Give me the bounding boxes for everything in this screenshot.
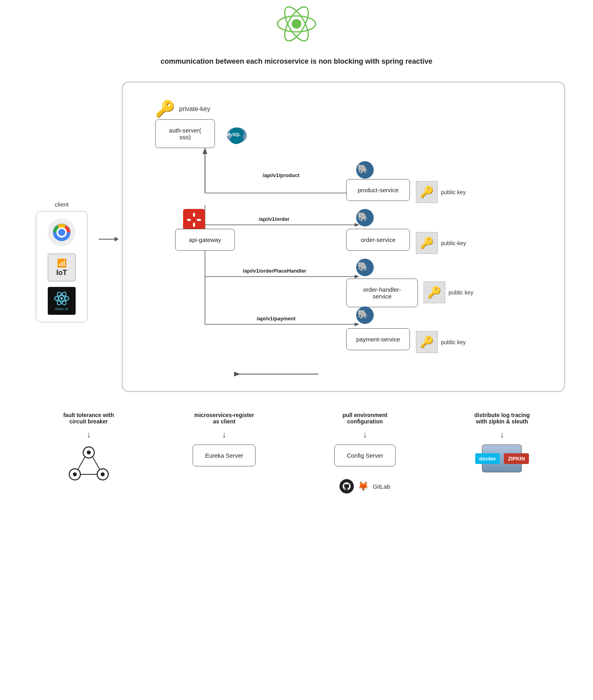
payment-service-label: payment-service xyxy=(356,336,400,343)
reactjs-label: React JS xyxy=(55,307,68,311)
order-service-label: order-service xyxy=(361,236,396,243)
distribute-log-item: distribute log tracing with zipkin & sle… xyxy=(474,412,530,472)
spring-reactive-svg xyxy=(273,0,320,48)
chrome-icon xyxy=(48,218,76,248)
svg-point-36 xyxy=(191,216,197,223)
payment-public-key-label: public key xyxy=(441,339,466,345)
payment-postgres-icon: 🐘 xyxy=(354,304,376,328)
pull-environment-label: pull environment configuration xyxy=(343,412,388,425)
auth-server-label: auth-server( sso) xyxy=(169,127,201,140)
eureka-server-box: Eureka Server xyxy=(193,445,256,466)
svg-line-47 xyxy=(78,456,85,469)
svg-text:🐘: 🐘 xyxy=(357,211,369,222)
order-handler-public-key-label: public key xyxy=(449,289,473,296)
client-box: 📶 IoT React JS xyxy=(36,211,88,322)
svg-text:🐘: 🐘 xyxy=(357,261,369,272)
config-server-label: Config Server xyxy=(347,452,383,459)
svg-text:/api/v1/order: /api/v1/order xyxy=(259,216,289,222)
diag-wrapper: /api/v1/product /api/v1/order /api/v1/or… xyxy=(135,94,486,380)
wifi-icon: 📶 xyxy=(57,258,67,268)
zipkin-icon: ZIPKIN xyxy=(504,453,529,464)
github-icon xyxy=(339,479,354,493)
key-emoji: 🔑 xyxy=(155,99,175,118)
pull-environment-item: pull environment configuration ↓ Config … xyxy=(334,412,396,493)
svg-point-11 xyxy=(60,297,63,300)
product-public-key-label: public key xyxy=(441,189,466,195)
diagram-box: /api/v1/product /api/v1/order /api/v1/or… xyxy=(122,82,565,392)
redis-icon xyxy=(183,209,205,231)
mysql-icon: MySQL xyxy=(223,123,251,149)
order-public-key: 🔑 public-key xyxy=(416,232,466,254)
docker-zipkin-cylinder: docker ZIPKIN xyxy=(482,445,522,472)
api-gateway-box: api-gateway xyxy=(175,229,235,251)
config-server-box: Config Server xyxy=(334,445,396,466)
svg-point-42 xyxy=(87,450,91,454)
main-layout-row: client xyxy=(28,82,565,392)
order-service-box: order-service xyxy=(346,229,410,251)
payment-service-box: payment-service xyxy=(346,328,410,350)
microservices-register-label: microservices-register as client xyxy=(194,412,254,425)
auth-server-box: auth-server( sso) xyxy=(155,119,215,148)
git-icons-row: 🦊 GitLab xyxy=(339,479,390,493)
product-service-label: product-service xyxy=(358,187,399,193)
svg-line-48 xyxy=(92,456,99,469)
distribute-log-arrow: ↓ xyxy=(500,429,504,440)
client-section: client xyxy=(28,82,96,322)
client-label: client xyxy=(55,201,68,208)
hystrix-icon xyxy=(67,445,111,484)
distribute-log-label: distribute log tracing with zipkin & sle… xyxy=(474,412,530,425)
reactjs-icon: React JS xyxy=(48,287,76,315)
iot-icon: 📶 IoT xyxy=(48,253,76,281)
svg-point-46 xyxy=(101,472,105,476)
svg-text:🐘: 🐘 xyxy=(357,309,369,320)
svg-point-7 xyxy=(58,229,65,236)
svg-point-44 xyxy=(73,472,77,476)
private-key-label: private-key xyxy=(179,105,210,113)
zipkin-label: ZIPKIN xyxy=(508,456,525,462)
fault-tolerance-label: fault tolerance with circuit breaker xyxy=(63,412,114,425)
bottom-section: fault tolerance with circuit breaker ↓ xyxy=(28,412,565,493)
client-to-gateway-arrow xyxy=(99,82,119,242)
gateway-redis-area xyxy=(183,209,205,231)
gitlab-fox-icon: 🦊 xyxy=(358,481,369,491)
order-public-key-label: public-key xyxy=(441,240,466,246)
order-key-icon: 🔑 xyxy=(416,232,438,254)
svg-text:/api/v1/orderPlaceHandler: /api/v1/orderPlaceHandler xyxy=(243,268,306,274)
pull-env-arrow: ↓ xyxy=(363,429,367,440)
api-gateway-label: api-gateway xyxy=(189,236,221,243)
order-postgres-icon: 🐘 xyxy=(354,207,376,230)
fault-tolerance-item: fault tolerance with circuit breaker ↓ xyxy=(63,412,114,484)
docker-icon: docker xyxy=(475,453,500,464)
private-key-area: 🔑 private-key xyxy=(155,99,210,118)
svg-text:/api/v1/payment: /api/v1/payment xyxy=(257,316,296,322)
order-handler-service-box: order-handler-service xyxy=(346,279,418,307)
register-arrow: ↓ xyxy=(222,429,226,440)
svg-text:/api/v1/product: /api/v1/product xyxy=(263,172,300,178)
config-to-eureka-arrow: 🦊 GitLab xyxy=(339,475,390,493)
order-handler-service-label: order-handler-service xyxy=(363,286,401,300)
product-public-key: 🔑 public key xyxy=(416,181,466,203)
microservices-register-item: microservices-register as client ↓ Eurek… xyxy=(193,412,256,466)
subtitle: communication between each microservice … xyxy=(160,57,432,66)
gitlab-label: GitLab xyxy=(373,483,390,490)
order-handler-key-icon: 🔑 xyxy=(423,281,445,303)
fault-tolerance-arrow: ↓ xyxy=(86,429,91,440)
order-handler-postgres-icon: 🐘 xyxy=(354,257,376,280)
svg-text:MySQL: MySQL xyxy=(227,133,240,137)
top-icon-area xyxy=(273,0,320,49)
docker-label: docker xyxy=(479,456,496,462)
payment-key-icon: 🔑 xyxy=(416,331,438,353)
page-layout: communication between each microservice … xyxy=(0,0,593,470)
payment-public-key: 🔑 public key xyxy=(416,331,466,353)
iot-text: IoT xyxy=(57,269,67,277)
eureka-server-label: Eureka Server xyxy=(205,452,243,459)
order-handler-public-key: 🔑 public key xyxy=(423,281,473,303)
product-service-box: product-service xyxy=(346,179,410,201)
right-diagram-area: /api/v1/product /api/v1/order /api/v1/or… xyxy=(122,82,565,392)
docker-zipkin-row: docker ZIPKIN xyxy=(475,453,529,464)
svg-text:🐘: 🐘 xyxy=(357,164,369,174)
product-key-icon: 🔑 xyxy=(416,181,438,203)
svg-point-0 xyxy=(292,19,301,29)
